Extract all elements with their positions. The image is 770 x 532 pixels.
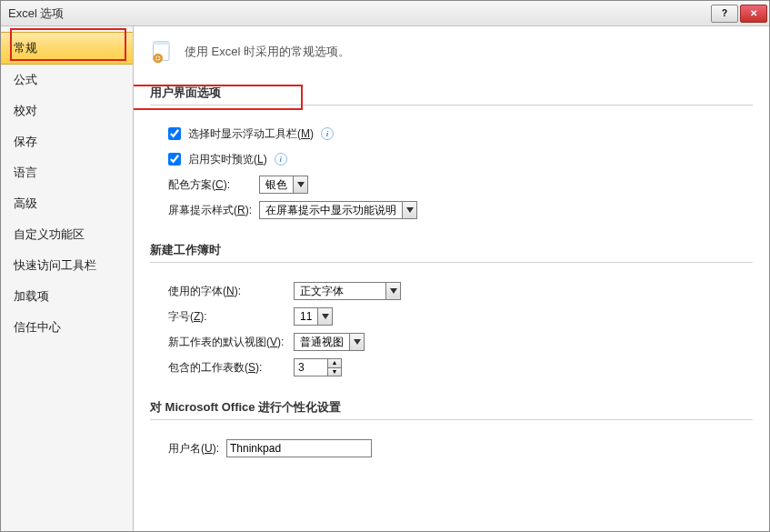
row-mini-toolbar: 选择时显示浮动工具栏(M) i: [168, 124, 753, 144]
select-color-scheme-value: 银色: [260, 176, 293, 193]
category-sidebar: 常规 公式 校对 保存 语言 高级 自定义功能区 快速访问工具栏 加载项 信任中…: [1, 26, 134, 531]
svg-rect-1: [154, 42, 170, 45]
chevron-down-icon: [349, 334, 364, 350]
row-color-scheme: 配色方案(C): 银色: [168, 175, 753, 195]
sidebar-item-label: 保存: [14, 135, 37, 148]
sidebar-item-label: 高级: [14, 196, 37, 210]
chevron-down-icon: [385, 283, 400, 299]
section-title-newwb: 新建工作簿时: [150, 238, 753, 263]
select-color-scheme[interactable]: 银色: [259, 176, 308, 194]
window-title: Excel 选项: [8, 5, 709, 22]
section-body-newwb: 使用的字体(N): 正文字体 字号(Z): 11 新工作表的默认视图(V):: [150, 272, 753, 388]
label-color-scheme: 配色方案(C):: [168, 177, 230, 193]
sidebar-item-customize-ribbon[interactable]: 自定义功能区: [1, 219, 133, 250]
section-body-ui: 选择时显示浮动工具栏(M) i 启用实时预览(L) i 配色方案(C): 银色: [150, 115, 753, 231]
row-username: 用户名(U):: [168, 438, 753, 458]
sidebar-item-label: 快速访问工具栏: [14, 258, 96, 272]
select-font-size[interactable]: 11: [294, 307, 333, 326]
checkbox-mini-toolbar[interactable]: [168, 127, 181, 140]
sidebar-item-language[interactable]: 语言: [1, 157, 133, 188]
spinner-up[interactable]: ▲: [328, 359, 341, 367]
checkbox-live-preview[interactable]: [168, 153, 181, 166]
select-default-font-value: 正文字体: [295, 283, 385, 299]
content-panel: 使用 Excel 时采用的常规选项。 用户界面选项 选择时显示浮动工具栏(M) …: [134, 26, 769, 531]
section-title-ui: 用户界面选项: [150, 81, 753, 105]
sidebar-item-label: 公式: [14, 73, 37, 86]
section-body-personalize: 用户名(U):: [150, 429, 753, 469]
sidebar-item-addins[interactable]: 加载项: [1, 281, 133, 312]
select-default-view[interactable]: 普通视图: [294, 333, 365, 351]
label-default-view: 新工作表的默认视图(V):: [168, 335, 286, 350]
close-button[interactable]: ✕: [740, 5, 767, 23]
chevron-down-icon: [317, 308, 332, 325]
sidebar-item-formulas[interactable]: 公式: [1, 65, 133, 95]
spinner-buttons: ▲ ▼: [327, 359, 341, 376]
select-default-font[interactable]: 正文字体: [294, 282, 401, 300]
sidebar-item-label: 自定义功能区: [14, 227, 85, 241]
sidebar-item-advanced[interactable]: 高级: [1, 188, 133, 219]
sidebar-item-general[interactable]: 常规: [1, 32, 133, 65]
section-title-personalize: 对 Microsoft Office 进行个性化设置: [150, 396, 753, 420]
select-default-view-value: 普通视图: [295, 334, 349, 350]
select-font-size-value: 11: [295, 308, 317, 325]
chevron-down-icon: [402, 202, 416, 218]
spinner-sheet-count[interactable]: ▲ ▼: [294, 358, 342, 376]
spinner-down[interactable]: ▼: [328, 367, 341, 376]
input-sheet-count[interactable]: [295, 359, 327, 376]
label-username: 用户名(U):: [168, 441, 219, 457]
sidebar-item-label: 信任中心: [14, 320, 61, 334]
label-sheet-count: 包含的工作表数(S):: [168, 360, 286, 376]
row-live-preview: 启用实时预览(L) i: [168, 149, 753, 169]
sidebar-item-label: 语言: [14, 166, 37, 179]
select-screentip-value: 在屏幕提示中显示功能说明: [260, 202, 402, 218]
label-font: 使用的字体(N):: [168, 284, 286, 299]
sidebar-item-quick-access[interactable]: 快速访问工具栏: [1, 250, 133, 281]
info-icon[interactable]: i: [321, 127, 334, 140]
titlebar: Excel 选项 ? ✕: [1, 1, 769, 26]
row-font: 使用的字体(N): 正文字体: [168, 281, 753, 301]
label-screentip: 屏幕提示样式(R):: [168, 203, 252, 218]
sidebar-item-proofing[interactable]: 校对: [1, 95, 133, 126]
chevron-down-icon: [293, 176, 307, 193]
window-controls: ? ✕: [709, 5, 767, 23]
input-username[interactable]: [226, 439, 372, 457]
help-button[interactable]: ?: [711, 5, 738, 23]
row-font-size: 字号(Z): 11: [168, 306, 753, 326]
sidebar-item-label: 校对: [14, 104, 37, 117]
row-sheet-count: 包含的工作表数(S): ▲ ▼: [168, 357, 753, 377]
page-header-text: 使用 Excel 时采用的常规选项。: [185, 44, 350, 60]
sidebar-item-trust-center[interactable]: 信任中心: [1, 312, 133, 343]
row-screentip: 屏幕提示样式(R): 在屏幕提示中显示功能说明: [168, 200, 753, 220]
options-dialog: Excel 选项 ? ✕ 常规 公式 校对 保存 语言 高级 自定义功能区 快速…: [0, 0, 770, 532]
label-mini-toolbar: 选择时显示浮动工具栏(M): [188, 126, 314, 142]
sidebar-item-save[interactable]: 保存: [1, 126, 133, 157]
dialog-body: 常规 公式 校对 保存 语言 高级 自定义功能区 快速访问工具栏 加载项 信任中…: [1, 26, 769, 531]
page-header: 使用 Excel 时采用的常规选项。: [150, 39, 753, 65]
row-default-view: 新工作表的默认视图(V): 普通视图: [168, 332, 753, 352]
sidebar-item-label: 常规: [14, 41, 37, 55]
label-live-preview: 启用实时预览(L): [188, 152, 267, 167]
label-font-size: 字号(Z):: [168, 309, 286, 325]
select-screentip-style[interactable]: 在屏幕提示中显示功能说明: [259, 201, 417, 219]
sidebar-item-label: 加载项: [14, 289, 49, 303]
options-icon: [150, 39, 175, 65]
info-icon[interactable]: i: [275, 153, 287, 166]
